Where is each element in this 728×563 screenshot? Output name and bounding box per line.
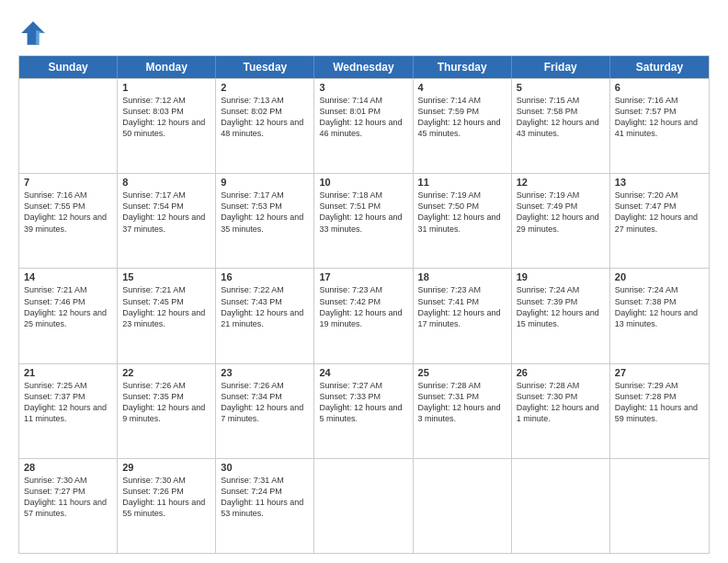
calendar-cell-27: 27Sunrise: 7:29 AM Sunset: 7:28 PM Dayli… — [610, 364, 709, 458]
cell-day-number: 19 — [517, 271, 605, 282]
calendar-cell-10: 10Sunrise: 7:18 AM Sunset: 7:51 PM Dayli… — [314, 174, 413, 268]
calendar-cell-3: 3Sunrise: 7:14 AM Sunset: 8:01 PM Daylig… — [314, 79, 413, 173]
calendar-cell-22: 22Sunrise: 7:26 AM Sunset: 7:35 PM Dayli… — [118, 364, 216, 458]
calendar-cell-19: 19Sunrise: 7:24 AM Sunset: 7:39 PM Dayli… — [512, 269, 610, 362]
cell-sun-info: Sunrise: 7:18 AM Sunset: 7:51 PM Dayligh… — [319, 190, 407, 235]
calendar: SundayMondayTuesdayWednesdayThursdayFrid… — [18, 55, 710, 554]
cell-sun-info: Sunrise: 7:25 AM Sunset: 7:37 PM Dayligh… — [24, 380, 112, 425]
header-day-monday: Monday — [118, 56, 216, 78]
calendar-cell-15: 15Sunrise: 7:21 AM Sunset: 7:45 PM Dayli… — [118, 269, 216, 362]
calendar-header: SundayMondayTuesdayWednesdayThursdayFrid… — [19, 56, 709, 78]
cell-day-number: 30 — [221, 462, 309, 473]
calendar-cell-6: 6Sunrise: 7:16 AM Sunset: 7:57 PM Daylig… — [610, 79, 709, 173]
calendar-cell-26: 26Sunrise: 7:28 AM Sunset: 7:30 PM Dayli… — [512, 364, 610, 458]
cell-day-number: 21 — [24, 367, 112, 378]
cell-sun-info: Sunrise: 7:16 AM Sunset: 7:57 PM Dayligh… — [615, 95, 704, 140]
cell-sun-info: Sunrise: 7:15 AM Sunset: 7:58 PM Dayligh… — [517, 95, 605, 140]
logo — [18, 18, 51, 48]
cell-sun-info: Sunrise: 7:16 AM Sunset: 7:55 PM Dayligh… — [24, 190, 112, 235]
calendar-cell-empty-5 — [512, 459, 610, 553]
header-day-tuesday: Tuesday — [216, 56, 314, 78]
cell-sun-info: Sunrise: 7:28 AM Sunset: 7:30 PM Dayligh… — [517, 380, 605, 425]
cell-sun-info: Sunrise: 7:23 AM Sunset: 7:41 PM Dayligh… — [418, 284, 506, 329]
cell-day-number: 6 — [615, 82, 704, 93]
header-day-thursday: Thursday — [414, 56, 512, 78]
cell-day-number: 20 — [615, 271, 704, 282]
calendar-cell-29: 29Sunrise: 7:30 AM Sunset: 7:26 PM Dayli… — [118, 459, 216, 553]
cell-day-number: 29 — [122, 462, 210, 473]
cell-sun-info: Sunrise: 7:21 AM Sunset: 7:46 PM Dayligh… — [24, 284, 112, 329]
cell-sun-info: Sunrise: 7:24 AM Sunset: 7:38 PM Dayligh… — [615, 284, 704, 329]
cell-day-number: 8 — [122, 177, 210, 188]
calendar-week-4: 21Sunrise: 7:25 AM Sunset: 7:37 PM Dayli… — [19, 363, 709, 458]
cell-sun-info: Sunrise: 7:23 AM Sunset: 7:42 PM Dayligh… — [319, 284, 407, 329]
calendar-week-2: 7Sunrise: 7:16 AM Sunset: 7:55 PM Daylig… — [19, 173, 709, 268]
cell-sun-info: Sunrise: 7:31 AM Sunset: 7:24 PM Dayligh… — [221, 475, 309, 520]
calendar-cell-8: 8Sunrise: 7:17 AM Sunset: 7:54 PM Daylig… — [118, 174, 216, 268]
header-day-friday: Friday — [512, 56, 610, 78]
calendar-cell-25: 25Sunrise: 7:28 AM Sunset: 7:31 PM Dayli… — [414, 364, 512, 458]
cell-day-number: 25 — [418, 367, 506, 378]
calendar-week-1: 1Sunrise: 7:12 AM Sunset: 8:03 PM Daylig… — [19, 78, 709, 173]
logo-icon — [18, 18, 48, 48]
cell-sun-info: Sunrise: 7:20 AM Sunset: 7:47 PM Dayligh… — [615, 190, 704, 235]
header-day-wednesday: Wednesday — [314, 56, 413, 78]
calendar-cell-empty-6 — [610, 459, 709, 553]
calendar-body: 1Sunrise: 7:12 AM Sunset: 8:03 PM Daylig… — [19, 78, 709, 553]
calendar-cell-28: 28Sunrise: 7:30 AM Sunset: 7:27 PM Dayli… — [19, 459, 118, 553]
cell-sun-info: Sunrise: 7:30 AM Sunset: 7:27 PM Dayligh… — [24, 475, 112, 520]
cell-sun-info: Sunrise: 7:21 AM Sunset: 7:45 PM Dayligh… — [122, 284, 210, 329]
cell-sun-info: Sunrise: 7:14 AM Sunset: 7:59 PM Dayligh… — [418, 95, 506, 140]
calendar-cell-1: 1Sunrise: 7:12 AM Sunset: 8:03 PM Daylig… — [118, 79, 216, 173]
cell-sun-info: Sunrise: 7:26 AM Sunset: 7:34 PM Dayligh… — [221, 380, 309, 425]
calendar-cell-4: 4Sunrise: 7:14 AM Sunset: 7:59 PM Daylig… — [414, 79, 512, 173]
cell-sun-info: Sunrise: 7:28 AM Sunset: 7:31 PM Dayligh… — [418, 380, 506, 425]
cell-sun-info: Sunrise: 7:14 AM Sunset: 8:01 PM Dayligh… — [319, 95, 407, 140]
calendar-cell-30: 30Sunrise: 7:31 AM Sunset: 7:24 PM Dayli… — [216, 459, 314, 553]
cell-day-number: 24 — [319, 367, 407, 378]
calendar-week-3: 14Sunrise: 7:21 AM Sunset: 7:46 PM Dayli… — [19, 268, 709, 362]
calendar-cell-14: 14Sunrise: 7:21 AM Sunset: 7:46 PM Dayli… — [19, 269, 118, 362]
cell-sun-info: Sunrise: 7:27 AM Sunset: 7:33 PM Dayligh… — [319, 380, 407, 425]
cell-day-number: 28 — [24, 462, 112, 473]
cell-day-number: 3 — [319, 82, 407, 93]
header-day-sunday: Sunday — [19, 56, 118, 78]
calendar-cell-24: 24Sunrise: 7:27 AM Sunset: 7:33 PM Dayli… — [314, 364, 413, 458]
cell-day-number: 11 — [418, 177, 506, 188]
calendar-cell-12: 12Sunrise: 7:19 AM Sunset: 7:49 PM Dayli… — [512, 174, 610, 268]
cell-sun-info: Sunrise: 7:22 AM Sunset: 7:43 PM Dayligh… — [221, 284, 309, 329]
header-row — [18, 15, 710, 48]
calendar-cell-23: 23Sunrise: 7:26 AM Sunset: 7:34 PM Dayli… — [216, 364, 314, 458]
calendar-cell-13: 13Sunrise: 7:20 AM Sunset: 7:47 PM Dayli… — [610, 174, 709, 268]
cell-sun-info: Sunrise: 7:29 AM Sunset: 7:28 PM Dayligh… — [615, 380, 704, 425]
cell-sun-info: Sunrise: 7:17 AM Sunset: 7:53 PM Dayligh… — [221, 190, 309, 235]
calendar-cell-7: 7Sunrise: 7:16 AM Sunset: 7:55 PM Daylig… — [19, 174, 118, 268]
calendar-cell-11: 11Sunrise: 7:19 AM Sunset: 7:50 PM Dayli… — [414, 174, 512, 268]
calendar-cell-empty-4 — [414, 459, 512, 553]
cell-sun-info: Sunrise: 7:30 AM Sunset: 7:26 PM Dayligh… — [122, 475, 210, 520]
cell-sun-info: Sunrise: 7:24 AM Sunset: 7:39 PM Dayligh… — [517, 284, 605, 329]
calendar-cell-5: 5Sunrise: 7:15 AM Sunset: 7:58 PM Daylig… — [512, 79, 610, 173]
cell-day-number: 17 — [319, 271, 407, 282]
cell-day-number: 13 — [615, 177, 704, 188]
calendar-cell-17: 17Sunrise: 7:23 AM Sunset: 7:42 PM Dayli… — [314, 269, 413, 362]
cell-sun-info: Sunrise: 7:12 AM Sunset: 8:03 PM Dayligh… — [122, 95, 210, 140]
cell-day-number: 26 — [517, 367, 605, 378]
cell-day-number: 9 — [221, 177, 309, 188]
cell-day-number: 2 — [221, 82, 309, 93]
cell-day-number: 7 — [24, 177, 112, 188]
header-day-saturday: Saturday — [610, 56, 709, 78]
calendar-cell-16: 16Sunrise: 7:22 AM Sunset: 7:43 PM Dayli… — [216, 269, 314, 362]
calendar-cell-21: 21Sunrise: 7:25 AM Sunset: 7:37 PM Dayli… — [19, 364, 118, 458]
cell-day-number: 15 — [122, 271, 210, 282]
cell-day-number: 16 — [221, 271, 309, 282]
cell-sun-info: Sunrise: 7:17 AM Sunset: 7:54 PM Dayligh… — [122, 190, 210, 235]
cell-sun-info: Sunrise: 7:13 AM Sunset: 8:02 PM Dayligh… — [221, 95, 309, 140]
cell-day-number: 12 — [517, 177, 605, 188]
cell-sun-info: Sunrise: 7:19 AM Sunset: 7:50 PM Dayligh… — [418, 190, 506, 235]
calendar-cell-empty-0 — [19, 79, 118, 173]
calendar-cell-20: 20Sunrise: 7:24 AM Sunset: 7:38 PM Dayli… — [610, 269, 709, 362]
cell-day-number: 23 — [221, 367, 309, 378]
calendar-cell-18: 18Sunrise: 7:23 AM Sunset: 7:41 PM Dayli… — [414, 269, 512, 362]
calendar-cell-9: 9Sunrise: 7:17 AM Sunset: 7:53 PM Daylig… — [216, 174, 314, 268]
